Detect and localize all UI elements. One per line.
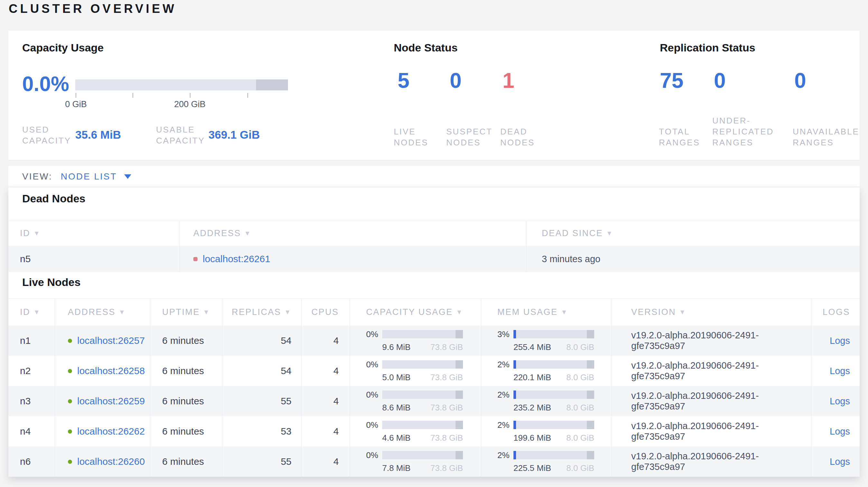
column-header-replicas[interactable]: REPLICAS▼ — [222, 299, 301, 326]
mem-usage-percent: 2% — [497, 390, 514, 400]
mem-usage: 3%255.4 MiB8.0 GiB — [481, 326, 612, 356]
column-header-label: UPTIME — [162, 307, 200, 317]
cpus-value: 4 — [333, 426, 339, 437]
capacity-usage-labels: 8.6 MiB73.8 GiB — [382, 403, 463, 413]
mem-usage-bar-fill — [514, 390, 516, 399]
node-id-cell: n3 — [8, 386, 55, 416]
table-row: n3localhost:262596 minutes5540%8.6 MiB73… — [8, 386, 860, 416]
column-header-label: ID — [20, 228, 30, 238]
mem-usage-bar-fill — [514, 360, 516, 369]
node-id-cell: n4 — [8, 416, 55, 447]
replicas-value: 54 — [281, 335, 291, 346]
capacity-usage-bar — [75, 79, 288, 90]
column-header-label: ADDRESS — [193, 228, 241, 238]
mem-usage-labels: 225.5 MiB8.0 GiB — [514, 463, 594, 473]
cluster-overview-page: CLUSTER OVERVIEW Capacity Usage 0.0% 0 G… — [0, 0, 868, 487]
column-header-cpus: CPUS — [301, 299, 350, 326]
node-address-link[interactable]: localhost:26259 — [77, 396, 145, 407]
axis-tick — [247, 93, 248, 98]
usable-capacity-label: USABLE CAPACITY — [156, 124, 205, 146]
live-nodes-heading: Live Nodes — [22, 276, 81, 289]
sort-icon: ▼ — [456, 309, 463, 316]
uptime-value: 6 minutes — [162, 335, 204, 346]
cpus-value: 4 — [333, 335, 339, 346]
mem-usage-percent: 3% — [497, 329, 514, 339]
dead-nodes-body: n5localhost:262613 minutes ago — [8, 246, 860, 272]
total-ranges-count: 75 — [660, 70, 683, 91]
node-address-link[interactable]: localhost:26260 — [77, 456, 145, 467]
logs-link[interactable]: Logs — [830, 456, 850, 467]
table-row: n4localhost:262626 minutes5340%4.6 MiB73… — [8, 416, 860, 447]
column-header-label: DEAD SINCE — [542, 228, 603, 238]
capacity-usage-bar — [382, 330, 463, 338]
node-address-link[interactable]: localhost:26258 — [77, 365, 145, 376]
logs-link[interactable]: Logs — [830, 396, 850, 407]
column-header-address[interactable]: ADDRESS▼ — [55, 299, 150, 326]
uptime-value: 6 minutes — [162, 396, 204, 407]
node-id-cell: n5 — [8, 246, 180, 272]
capacity-usage-total-value: 73.8 GiB — [430, 342, 463, 352]
node-address-link[interactable]: localhost:26257 — [77, 335, 145, 346]
column-header-label: MEM USAGE — [497, 307, 558, 317]
column-header-version[interactable]: VERSION▼ — [612, 299, 811, 326]
mem-usage-labels: 220.1 MiB8.0 GiB — [514, 372, 594, 383]
capacity-usage: 0%8.6 MiB73.8 GiB — [350, 386, 481, 416]
chevron-down-icon — [124, 174, 131, 179]
replicas-value: 55 — [281, 456, 291, 467]
column-header-dead-since[interactable]: DEAD SINCE▼ — [526, 221, 860, 246]
node-live-icon — [68, 399, 72, 403]
column-header-label: ADDRESS — [68, 307, 116, 317]
sort-icon: ▼ — [244, 230, 251, 237]
mem-usage-bar-row: 2% — [497, 390, 594, 400]
mem-usage: 2%225.5 MiB8.0 GiB — [481, 447, 612, 477]
version-value: v19.2.0-alpha.20190606-2491-gfe735c9a97 — [631, 390, 811, 412]
column-header-address[interactable]: ADDRESS▼ — [180, 221, 526, 246]
column-header-mem-usage[interactable]: MEM USAGE▼ — [481, 299, 612, 326]
logs-cell: Logs — [811, 386, 860, 416]
mem-usage-bar — [514, 390, 594, 399]
unavailable-ranges-label: UNAVAILABLE RANGES — [793, 126, 859, 148]
capacity-usage-bar — [382, 451, 463, 459]
capacity-usage-total-value: 73.8 GiB — [430, 433, 463, 443]
mem-usage-bar-fill — [514, 451, 516, 459]
replicas-cell: 54 — [222, 356, 301, 386]
node-id-cell: n6 — [8, 447, 55, 477]
column-header-capacity-usage[interactable]: CAPACITY USAGE▼ — [350, 299, 481, 326]
replicas-value: 53 — [281, 426, 291, 437]
node-address-link[interactable]: localhost:26262 — [77, 426, 145, 437]
capacity-usage: 0%9.6 MiB73.8 GiB — [350, 326, 481, 356]
capacity-usage-bar-tail-segment — [456, 421, 463, 429]
column-header-id[interactable]: ID▼ — [8, 221, 180, 246]
capacity-usage-percent: 0% — [366, 360, 382, 369]
column-header-label: CAPACITY USAGE — [366, 307, 453, 317]
table-row: n6localhost:262606 minutes5540%7.8 MiB73… — [8, 447, 860, 477]
column-header-label: VERSION — [631, 307, 676, 317]
node-dead-icon — [193, 257, 197, 261]
sort-icon: ▼ — [679, 309, 686, 316]
node-address-link[interactable]: localhost:26261 — [203, 254, 270, 264]
capacity-usage-used-value: 7.8 MiB — [382, 463, 410, 473]
mem-usage-used-value: 220.1 MiB — [514, 372, 551, 383]
cpus-cell: 4 — [301, 447, 350, 477]
node-id-cell: n2 — [8, 356, 55, 386]
capacity-usage-total-value: 73.8 GiB — [430, 463, 463, 473]
cpus-cell: 4 — [301, 356, 350, 386]
axis-tick — [190, 93, 190, 98]
logs-link[interactable]: Logs — [830, 366, 850, 376]
view-dropdown[interactable]: NODE LIST — [61, 171, 131, 182]
node-id-cell: n1 — [8, 326, 55, 356]
version-value: v19.2.0-alpha.20190606-2491-gfe735c9a97 — [631, 330, 811, 351]
unavailable-ranges-count: 0 — [794, 70, 806, 91]
mem-usage-labels: 255.4 MiB8.0 GiB — [514, 342, 594, 352]
capacity-usage-bar — [382, 390, 463, 399]
logs-link[interactable]: Logs — [830, 335, 850, 346]
dead-since-cell: 3 minutes ago — [526, 246, 860, 272]
uptime-cell: 6 minutes — [150, 416, 222, 447]
suspect-nodes-label: SUSPECT NODES — [446, 126, 493, 148]
logs-cell: Logs — [811, 447, 860, 477]
column-header-id[interactable]: ID▼ — [8, 299, 55, 326]
capacity-usage-percent: 0% — [366, 390, 382, 400]
logs-link[interactable]: Logs — [830, 426, 850, 437]
column-header-uptime[interactable]: UPTIME▼ — [150, 299, 222, 326]
version-value: v19.2.0-alpha.20190606-2491-gfe735c9a97 — [631, 360, 811, 382]
